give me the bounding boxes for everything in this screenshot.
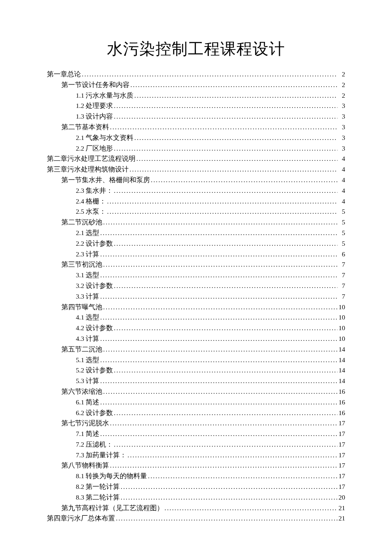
toc-leader-dots [113, 439, 337, 450]
toc-entry[interactable]: 2.2 设计参数5 [47, 238, 345, 249]
toc-entry[interactable]: 7.3 加药量计算：17 [47, 450, 345, 461]
toc-entry[interactable]: 1.2 处理要求3 [47, 101, 345, 111]
toc-entry-label: 5.3 计算 [76, 376, 99, 386]
toc-entry[interactable]: 第二节沉砂池5 [47, 217, 345, 228]
toc-entry-label: 第三章污水处理构筑物设计 [47, 164, 129, 175]
table-of-contents: 第一章总论2第一节设计任务和内容21.1 污水水量与水质21.2 处理要求31.… [47, 69, 345, 524]
toc-entry[interactable]: 第一节设计任务和内容2 [47, 80, 345, 90]
toc-entry-page: 17 [337, 471, 345, 482]
toc-entry-label: 7.1 简述 [76, 429, 99, 439]
toc-entry[interactable]: 第六节浓缩池16 [47, 386, 345, 397]
toc-entry-page: 3 [337, 122, 345, 133]
toc-entry[interactable]: 4.3 计算10 [47, 334, 345, 344]
toc-entry-label: 3.3 计算 [76, 291, 99, 302]
toc-entry-page: 5 [337, 206, 345, 217]
toc-entry[interactable]: 8.3 第二轮计算20 [47, 492, 345, 503]
toc-entry-page: 3 [337, 111, 345, 122]
toc-entry[interactable]: 7.1 简述17 [47, 429, 345, 439]
toc-entry[interactable]: 1.3 设计内容3 [47, 111, 345, 122]
toc-leader-dots [113, 101, 337, 111]
toc-entry-label: 8.1 转换为每天的物料量 [76, 471, 147, 482]
toc-entry-page: 17 [337, 460, 345, 471]
toc-leader-dots [120, 482, 337, 492]
toc-leader-dots [99, 291, 337, 302]
toc-entry-page: 2 [337, 69, 345, 80]
toc-entry[interactable]: 6.2 设计参数16 [47, 408, 345, 418]
toc-entry[interactable]: 第七节污泥脱水17 [47, 418, 345, 429]
toc-entry[interactable]: 2.5 水泵：5 [47, 206, 345, 217]
toc-entry[interactable]: 2.2 厂区地形3 [47, 143, 345, 154]
toc-entry-label: 8.2 第一轮计算 [76, 482, 120, 492]
toc-entry-page: 3 [337, 143, 345, 154]
toc-entry[interactable]: 5.2 设计参数14 [47, 365, 345, 376]
toc-leader-dots [133, 133, 337, 143]
toc-entry[interactable]: 5.3 计算14 [47, 376, 345, 386]
toc-leader-dots [133, 90, 337, 101]
toc-entry-label: 第一章总论 [47, 69, 81, 80]
toc-entry-label: 3.2 设计参数 [76, 281, 113, 291]
toc-leader-dots [99, 355, 337, 366]
toc-entry-label: 2.4 格栅： [76, 196, 106, 207]
toc-entry-page: 14 [337, 344, 345, 355]
toc-entry[interactable]: 第九节高程计算（见工艺流程图）21 [47, 503, 345, 514]
toc-entry[interactable]: 2.1 气象与水文资料3 [47, 133, 345, 143]
toc-entry-page: 3 [337, 101, 345, 111]
toc-entry[interactable]: 第八节物料衡算17 [47, 460, 345, 471]
toc-entry-label: 7.2 压滤机： [76, 439, 113, 450]
toc-entry-page: 21 [337, 513, 345, 524]
toc-leader-dots [102, 386, 337, 397]
toc-entry-page: 7 [337, 291, 345, 302]
document-page: 水污染控制工程课程设计 第一章总论2第一节设计任务和内容21.1 污水水量与水质… [0, 0, 392, 555]
toc-entry[interactable]: 第四节曝气池10 [47, 302, 345, 313]
toc-entry[interactable]: 3.3 计算7 [47, 291, 345, 302]
toc-entry[interactable]: 4.1 选型10 [47, 312, 345, 323]
toc-leader-dots [113, 111, 337, 122]
toc-entry[interactable]: 第二节基本资料3 [47, 122, 345, 133]
toc-entry[interactable]: 2.4 格栅：4 [47, 196, 345, 207]
toc-leader-dots [135, 154, 337, 164]
toc-leader-dots [106, 196, 337, 207]
toc-leader-dots [102, 259, 337, 270]
toc-entry[interactable]: 第五节二沉池14 [47, 344, 345, 355]
toc-entry-label: 2.1 选型 [76, 228, 99, 238]
toc-entry[interactable]: 第三章污水处理构筑物设计4 [47, 164, 345, 175]
toc-entry[interactable]: 3.1 选型7 [47, 270, 345, 281]
toc-entry-page: 10 [337, 323, 345, 334]
toc-entry-page: 10 [337, 312, 345, 323]
toc-entry[interactable]: 8.1 转换为每天的物料量17 [47, 471, 345, 482]
toc-leader-dots [109, 460, 337, 471]
toc-leader-dots [109, 122, 337, 133]
toc-entry-page: 21 [337, 503, 345, 514]
toc-entry[interactable]: 7.2 压滤机：17 [47, 439, 345, 450]
toc-entry-label: 6.1 简述 [76, 397, 99, 408]
toc-entry[interactable]: 5.1 选型14 [47, 355, 345, 366]
toc-entry[interactable]: 第一节集水井、格栅间和泵房4 [47, 175, 345, 186]
toc-entry-label: 第六节浓缩池 [61, 386, 102, 397]
toc-leader-dots [99, 334, 337, 344]
toc-entry-label: 第四章污水厂总体布置 [47, 513, 115, 524]
toc-entry[interactable]: 2.1 选型5 [47, 228, 345, 238]
toc-entry[interactable]: 4.2 设计参数10 [47, 323, 345, 334]
toc-entry-page: 17 [337, 418, 345, 429]
toc-entry-label: 2.3 计算 [76, 249, 99, 260]
toc-entry[interactable]: 6.1 简述16 [47, 397, 345, 408]
toc-entry[interactable]: 1.1 污水水量与水质2 [47, 90, 345, 101]
toc-entry[interactable]: 2.3 集水井：4 [47, 186, 345, 196]
toc-entry-label: 第一节设计任务和内容 [61, 80, 130, 90]
toc-entry-page: 7 [337, 270, 345, 281]
toc-entry[interactable]: 8.2 第一轮计算17 [47, 482, 345, 492]
toc-entry-page: 4 [337, 175, 345, 186]
toc-entry[interactable]: 第四章污水厂总体布置21 [47, 513, 345, 524]
toc-entry-page: 2 [337, 80, 345, 90]
toc-entry-label: 第二节基本资料 [61, 122, 109, 133]
toc-entry[interactable]: 3.2 设计参数7 [47, 281, 345, 291]
toc-entry[interactable]: 第三节初沉池7 [47, 259, 345, 270]
toc-entry-label: 第八节物料衡算 [61, 460, 109, 471]
toc-entry[interactable]: 第二章污水处理工艺流程说明4 [47, 154, 345, 164]
toc-entry-label: 2.1 气象与水文资料 [76, 133, 133, 143]
toc-entry-label: 4.1 选型 [76, 312, 99, 323]
toc-entry[interactable]: 第一章总论2 [47, 69, 345, 80]
toc-leader-dots [147, 471, 337, 482]
toc-entry-label: 1.1 污水水量与水质 [76, 90, 133, 101]
toc-entry[interactable]: 2.3 计算6 [47, 249, 345, 260]
